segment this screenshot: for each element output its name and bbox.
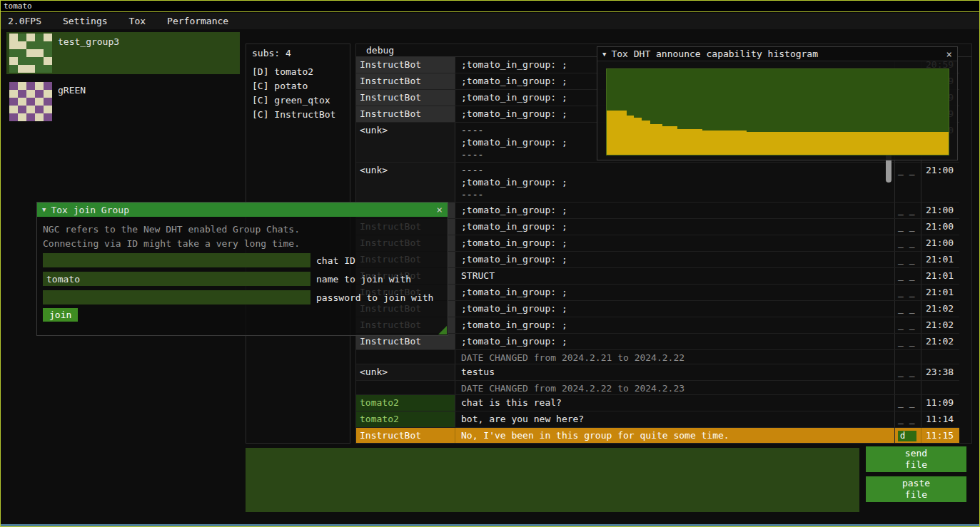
collapse-arrow-icon[interactable]: ▼ <box>42 206 46 213</box>
close-icon[interactable]: × <box>946 48 952 60</box>
message-time <box>921 350 959 364</box>
close-icon[interactable]: × <box>437 204 443 215</box>
message-time: 21:01 <box>921 268 959 284</box>
menu-tox[interactable]: Tox <box>129 16 146 26</box>
chat-message-row[interactable]: InstructBot;tomato_in_group: ;_ _21:02 <box>356 334 959 350</box>
avatar-pixel <box>44 65 52 73</box>
dht-histogram-window: ▼ Tox DHT announce capability histogram … <box>597 46 958 160</box>
avatar-pixel <box>9 106 18 113</box>
message-time: 21:02 <box>921 301 959 317</box>
avatar-pixel <box>35 65 44 73</box>
group-name: test_group3 <box>58 36 119 47</box>
message-status: _ _ <box>895 334 921 349</box>
date-changed-row[interactable]: DATE CHANGED from 2024.2.22 to 2024.2.23 <box>356 381 959 395</box>
resize-grip[interactable] <box>438 326 447 334</box>
message-author: InstructBot <box>356 106 455 122</box>
message-author: <unk> <box>356 364 455 380</box>
avatar-pixel <box>35 82 44 90</box>
message-status <box>895 350 921 364</box>
send-file-button[interactable]: send file <box>866 446 966 472</box>
histogram-bar <box>634 118 642 155</box>
avatar-pixel <box>18 90 26 98</box>
menu-settings[interactable]: Settings <box>63 16 108 26</box>
message-time: 21:01 <box>921 285 959 300</box>
chat-message-row[interactable]: <unk>testus_ _23:38 <box>356 364 959 381</box>
message-status: _ _ <box>895 364 921 380</box>
os-titlebar[interactable]: tomato <box>1 1 979 12</box>
message-time: 21:00 <box>921 235 959 251</box>
avatar-pixel <box>26 49 35 57</box>
subs-member[interactable]: [C] potato <box>252 79 350 93</box>
avatar-pixel <box>26 41 35 49</box>
join-button[interactable]: join <box>43 308 78 322</box>
message-author: <unk> <box>356 163 455 202</box>
avatar-pixel <box>44 41 52 49</box>
avatar-pixel <box>9 49 18 57</box>
message-text: ;tomato_in_group: ; <box>455 235 895 251</box>
fps-counter: 2.0FPS <box>8 16 41 26</box>
tab-debug[interactable]: debug <box>366 45 394 56</box>
message-time: 11:09 <box>921 395 959 411</box>
message-status: _ _ <box>895 235 921 251</box>
collapse-arrow-icon[interactable]: ▼ <box>602 51 606 58</box>
message-author: <unk> <box>356 123 455 162</box>
message-time: 21:02 <box>921 317 959 333</box>
join-password-label: password to join with <box>316 292 433 303</box>
date-changed-row[interactable]: DATE CHANGED from 2024.2.21 to 2024.2.22 <box>356 350 959 364</box>
message-author: tomato2 <box>356 411 455 427</box>
chat-id-input[interactable] <box>43 253 310 267</box>
subs-member[interactable]: [C] green_qtox <box>252 93 350 108</box>
histogram-bar <box>677 129 702 155</box>
join-password-input[interactable] <box>43 290 310 305</box>
subs-list: [D] tomato2[C] potato[C] green_qtox[C] I… <box>252 65 350 122</box>
chat-message-row[interactable]: tomato2bot, are you new here?_ _11:14 <box>356 411 959 428</box>
avatar-pixel <box>9 90 18 98</box>
message-time: 21:01 <box>921 252 959 267</box>
histogram-bar <box>650 124 662 155</box>
message-author <box>356 381 455 394</box>
group-avatar <box>9 34 52 73</box>
avatar-pixel <box>26 113 35 121</box>
chat-message-row[interactable]: tomato2chat is this real?_ _11:09 <box>356 395 959 411</box>
message-author: InstructBot <box>356 57 455 73</box>
avatar-pixel <box>35 90 44 98</box>
message-status: _ _ <box>895 317 921 333</box>
join-desc-line1: NGC refers to the New DHT enabled Group … <box>43 224 300 235</box>
dht-histogram-titlebar[interactable]: ▼ Tox DHT announce capability histogram … <box>597 47 957 61</box>
sidebar-group-green[interactable]: gREEN <box>6 81 240 123</box>
subs-member[interactable]: [D] tomato2 <box>252 65 350 79</box>
histogram-bar <box>627 116 635 155</box>
avatar-pixel <box>44 82 52 90</box>
histogram-bar <box>747 132 949 155</box>
join-group-window: ▼ Tox join Group × NGC refers to the New… <box>36 202 448 336</box>
join-desc-line2: Connecting via ID might take a very long… <box>43 238 300 249</box>
delivered-badge: d <box>898 431 916 441</box>
avatar-pixel <box>44 57 52 65</box>
join-name-input[interactable] <box>43 272 310 286</box>
chat-message-row[interactable]: <unk>----;tomato_in_group: ;----_ _21:00 <box>356 163 959 203</box>
avatar-pixel <box>9 34 18 41</box>
window-bottom-border <box>1 524 979 527</box>
avatar-pixel <box>26 34 35 41</box>
menu-performance[interactable]: Performance <box>167 16 228 26</box>
subs-member[interactable]: [C] InstructBot <box>252 108 350 122</box>
sidebar-group-test_group3[interactable]: test_group3 <box>6 32 240 74</box>
avatar-pixel <box>44 90 52 98</box>
message-author: tomato2 <box>356 395 455 411</box>
avatar-pixel <box>35 98 44 106</box>
message-text: DATE CHANGED from 2024.2.22 to 2024.2.23 <box>455 381 895 394</box>
join-name-label: name to join with <box>316 274 411 285</box>
compose-input[interactable] <box>246 448 859 512</box>
dht-histogram-title: Tox DHT announce capability histogram <box>611 48 818 59</box>
avatar-pixel <box>18 65 26 73</box>
paste-file-button[interactable]: paste file <box>866 476 966 502</box>
message-status: _ _ <box>895 301 921 317</box>
message-text: ----;tomato_in_group: ;---- <box>455 163 895 202</box>
chat-message-row[interactable]: InstructBotNo, I've been in this group f… <box>356 428 959 443</box>
avatar-pixel <box>18 113 26 121</box>
message-status: _ _ <box>895 252 921 267</box>
message-text: bot, are you new here? <box>455 411 895 427</box>
app-window: tomato 2.0FPS Settings Tox Performance t… <box>0 0 980 527</box>
join-group-titlebar[interactable]: ▼ Tox join Group × <box>37 203 448 217</box>
os-title-text: tomato <box>4 1 32 11</box>
